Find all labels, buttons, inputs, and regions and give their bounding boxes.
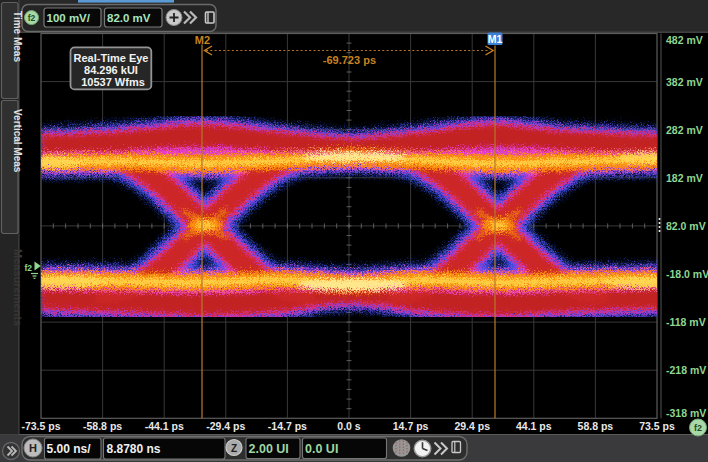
svg-text:-318 mV: -318 mV bbox=[666, 407, 706, 419]
svg-text:14.7 ps: 14.7 ps bbox=[393, 420, 429, 432]
svg-text:-29.4 ps: -29.4 ps bbox=[206, 420, 245, 432]
svg-text:58.8 ps: 58.8 ps bbox=[578, 420, 614, 432]
svg-text:f2: f2 bbox=[28, 13, 36, 23]
svg-text:282 mV: 282 mV bbox=[666, 124, 703, 136]
svg-text:100 mV/: 100 mV/ bbox=[47, 12, 91, 24]
svg-text:f2: f2 bbox=[694, 423, 702, 433]
svg-text:Z: Z bbox=[231, 443, 237, 454]
svg-text:44.1 ps: 44.1 ps bbox=[516, 420, 552, 432]
svg-text:84.296 kUI: 84.296 kUI bbox=[84, 64, 138, 76]
svg-text:82.0 mV: 82.0 mV bbox=[666, 220, 706, 232]
svg-text:Vertical Meas: Vertical Meas bbox=[12, 109, 23, 173]
svg-text:-69.723 ps: -69.723 ps bbox=[323, 54, 376, 66]
svg-text:10537 Wfms: 10537 Wfms bbox=[81, 76, 145, 88]
svg-text:-14.7 ps: -14.7 ps bbox=[268, 420, 307, 432]
svg-text:Real-Time Eye: Real-Time Eye bbox=[73, 52, 148, 64]
svg-text:Measurements: Measurements bbox=[12, 249, 24, 326]
svg-text:M2: M2 bbox=[195, 34, 210, 46]
svg-text:-18.0 mV: -18.0 mV bbox=[666, 268, 708, 280]
svg-text:82.0 mV: 82.0 mV bbox=[107, 12, 151, 24]
svg-text:8.8780 ns: 8.8780 ns bbox=[107, 442, 161, 456]
svg-text:2.00 UI: 2.00 UI bbox=[249, 442, 289, 456]
svg-text:29.4 ps: 29.4 ps bbox=[454, 420, 490, 432]
svg-text:-218 mV: -218 mV bbox=[666, 364, 706, 376]
svg-text:-58.8 ps: -58.8 ps bbox=[83, 420, 122, 432]
svg-text:-73.5 ps: -73.5 ps bbox=[21, 420, 60, 432]
svg-text:H: H bbox=[29, 442, 37, 454]
svg-text:M1: M1 bbox=[488, 33, 503, 45]
svg-text:-118 mV: -118 mV bbox=[666, 316, 706, 328]
svg-text:5.00 ns/: 5.00 ns/ bbox=[47, 442, 92, 456]
svg-text:0.0 s: 0.0 s bbox=[337, 420, 361, 432]
svg-text:f2: f2 bbox=[25, 263, 33, 273]
svg-text:482 mV: 482 mV bbox=[666, 34, 703, 46]
svg-text:0.0 UI: 0.0 UI bbox=[305, 442, 338, 456]
svg-text:182 mV: 182 mV bbox=[666, 172, 703, 184]
svg-text:382 mV: 382 mV bbox=[666, 76, 703, 88]
svg-text:73.5 ps: 73.5 ps bbox=[639, 420, 675, 432]
svg-text:Time Meas: Time Meas bbox=[12, 11, 23, 62]
svg-text:-44.1 ps: -44.1 ps bbox=[145, 420, 184, 432]
